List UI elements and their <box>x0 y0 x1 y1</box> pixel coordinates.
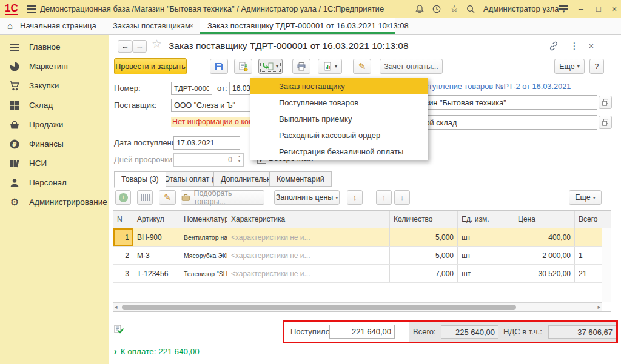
received-label: Поступило: <box>290 322 332 342</box>
organization-choose-button[interactable] <box>599 96 612 109</box>
report-icon <box>323 62 332 71</box>
printer-icon <box>297 62 306 71</box>
favorite-star-icon[interactable]: ☆ <box>152 37 162 51</box>
sidebar-item-warehouse[interactable]: Склад <box>0 96 109 115</box>
1c-logo[interactable]: 1С <box>5 2 18 15</box>
window-maximize-button[interactable]: □ <box>591 0 606 18</box>
col-header-characteristic[interactable]: Характеристика <box>227 211 390 228</box>
save-button[interactable] <box>210 59 228 74</box>
window-minimize-button[interactable]: – <box>574 0 588 17</box>
shopping-cart-icon <box>9 81 20 91</box>
tab-supplier-order-document[interactable]: Заказ поставщику ТДРТ-000001 от 16.03.20… <box>200 18 395 34</box>
barcode-icon <box>141 194 150 201</box>
help-button[interactable]: ? <box>589 59 604 74</box>
sidebar-item-administration[interactable]: ⚙ Администрирование <box>0 193 109 212</box>
sidebar-item-main[interactable]: Главное <box>0 38 109 57</box>
current-user[interactable]: Администратор узла <box>483 0 559 18</box>
tab-home[interactable]: ⌂ Начальная страница <box>0 18 104 34</box>
col-header-nomenclature[interactable]: Номенклатура <box>180 211 227 228</box>
titlebar: 1С Демонстрационная база /Магазин "Бытов… <box>0 0 621 18</box>
favorites-star-icon[interactable]: ☆ <box>450 0 458 18</box>
active-tab-indicator <box>200 32 395 34</box>
col-header-total[interactable]: Всего <box>575 211 611 228</box>
main-menu-hamburger-icon[interactable] <box>27 5 36 13</box>
print-button[interactable] <box>292 59 310 74</box>
table-more-button[interactable]: Еще▾ <box>569 190 602 205</box>
barcode-scan-button[interactable] <box>137 190 153 205</box>
window-title: Демонстрационная база /Магазин "Бытовая … <box>40 0 384 18</box>
sidebar-item-sales[interactable]: Продажи <box>0 115 109 134</box>
sidebar-item-purchases[interactable]: Закупки <box>0 76 109 96</box>
move-down-button[interactable]: ↓ <box>394 190 410 205</box>
add-row-button[interactable]: + <box>115 190 131 205</box>
edit-row-button[interactable]: ✎ <box>159 190 176 205</box>
supplier-label: Поставщик: <box>114 99 156 112</box>
tab-close-icon[interactable]: × <box>189 18 194 34</box>
col-header-n[interactable]: N <box>113 211 133 228</box>
col-header-quantity[interactable]: Количество <box>390 211 458 228</box>
grid-icon <box>9 100 20 111</box>
table-row[interactable]: 2 М-3 Мясорубка ЭКМ-3 <характеристики не… <box>113 247 611 265</box>
items-table: N Артикул Номенклатура Характеристика Ко… <box>113 210 611 312</box>
floppy-icon <box>214 62 224 71</box>
menu-item-goods-receipt[interactable]: Поступление товаров <box>250 94 428 111</box>
nav-forward-button[interactable]: → <box>132 40 147 53</box>
form-close-icon[interactable]: × <box>586 38 597 54</box>
menu-item-cashless-payment-registration[interactable]: Регистрация безналичной оплаты <box>250 144 428 160</box>
table-row[interactable]: 3 Т-123456 Телевизор "SHARP" <характерис… <box>113 265 611 283</box>
move-up-button[interactable]: ↑ <box>376 190 392 205</box>
home-icon: ⌂ <box>7 18 13 34</box>
tab-comment[interactable]: Комментарий <box>269 171 332 187</box>
total-value: 225 640,00 <box>441 325 498 339</box>
scroll-right-arrow-icon[interactable]: ▸ <box>597 303 600 311</box>
sidebar-item-personnel[interactable]: Персонал <box>0 173 109 193</box>
pick-goods-button[interactable]: Подобрать товары... <box>181 190 264 205</box>
warehouse-choose-button[interactable] <box>599 116 612 129</box>
col-header-article[interactable]: Артикул <box>133 211 180 228</box>
vertical-scrollbar[interactable] <box>602 228 611 302</box>
to-pay-link[interactable]: ›К оплате: 221 640,00 <box>114 346 200 359</box>
more-button[interactable]: Еще▾ <box>554 59 585 74</box>
incoming-date-input[interactable] <box>173 136 240 150</box>
no-contact-info-link[interactable]: Нет информации о кон <box>171 117 252 127</box>
expand-rows-button[interactable]: ↕ <box>347 190 363 205</box>
tab-supplier-orders-list[interactable]: Заказы поставщикам × <box>104 18 200 34</box>
search-icon[interactable] <box>466 4 475 14</box>
post-document-button[interactable] <box>234 59 252 74</box>
list-icon <box>9 42 20 53</box>
menu-item-supplier-order[interactable]: Заказ поставщику <box>250 78 428 94</box>
window-close-button[interactable]: × <box>608 0 620 18</box>
tab-goods[interactable]: Товары (3) <box>114 171 166 188</box>
form-menu-dots-icon[interactable]: ⋮ <box>569 38 580 54</box>
col-header-unit[interactable]: Ед. изм. <box>458 211 514 228</box>
horizontal-scrollbar[interactable]: ◂ ▸ <box>113 302 602 311</box>
nav-back-button[interactable]: ← <box>118 40 132 53</box>
organization-input[interactable] <box>403 95 597 110</box>
vat-label: НДС в т.ч.: <box>503 322 542 342</box>
notifications-bell-icon[interactable] <box>415 4 425 14</box>
get-link-icon[interactable] <box>549 41 559 51</box>
reports-button[interactable]: ▾ <box>318 59 342 74</box>
table-row[interactable]: 1 ВН-900 Вентилятор настольный <характер… <box>113 228 611 247</box>
sidebar-item-finance[interactable]: ₽ Финансы <box>0 134 109 154</box>
payment-offset-button[interactable]: Зачет оплаты... <box>380 59 443 74</box>
create-based-on-button[interactable]: ▾ <box>258 59 283 74</box>
number-input[interactable] <box>171 82 212 95</box>
overdue-days-stepper[interactable]: 0 ▴ ▾ <box>173 153 244 167</box>
post-and-close-button[interactable]: Провести и закрыть <box>114 58 187 74</box>
scroll-left-arrow-icon[interactable]: ◂ <box>115 303 118 311</box>
menu-item-cash-outflow-order[interactable]: Расходный кассовый ордер <box>250 127 428 144</box>
col-header-price[interactable]: Цена <box>514 211 575 228</box>
received-input[interactable] <box>329 325 395 339</box>
history-icon[interactable] <box>432 4 441 14</box>
service-menu-icon[interactable]: ▾ <box>559 5 568 13</box>
sidebar-item-nsi[interactable]: НСИ <box>0 154 109 173</box>
scrollbar-thumb[interactable] <box>122 305 516 310</box>
spinner-arrows[interactable]: ▴ ▾ <box>235 154 243 166</box>
receipt-document-link[interactable]: Поступление товаров №РТ-2 от 16.03.2021 <box>415 81 571 93</box>
menu-item-perform-acceptance[interactable]: Выполнить приемку <box>250 111 428 127</box>
fill-prices-button[interactable]: Заполнить цены▾ <box>274 190 340 205</box>
sidebar-item-marketing[interactable]: Маркетинг <box>0 57 109 76</box>
edit-pencil-button[interactable]: ✎ <box>353 59 371 74</box>
based-on-dropdown-menu: Заказ поставщику Поступление товаров Вып… <box>250 78 428 160</box>
